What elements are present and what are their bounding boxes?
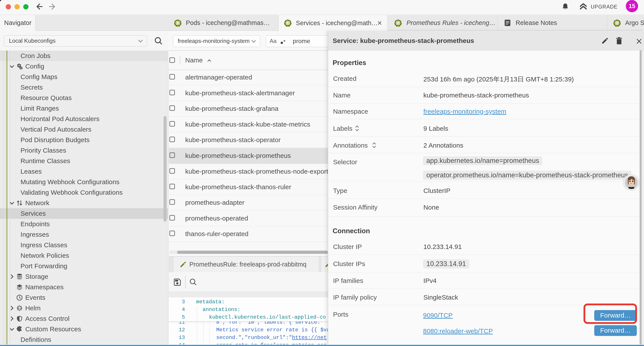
svg-text:*: * xyxy=(283,39,286,45)
